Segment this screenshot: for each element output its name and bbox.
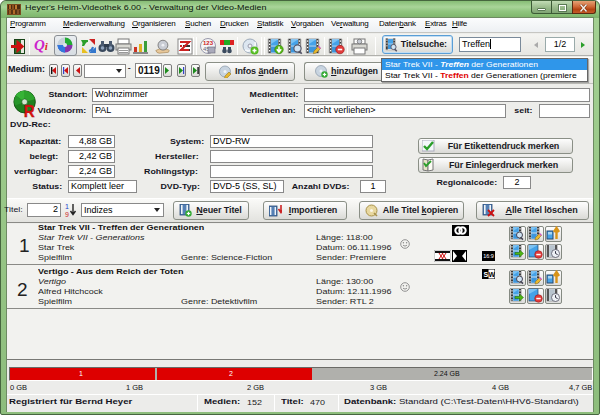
svg-text:1: 1: [65, 203, 69, 210]
svg-text:9: 9: [65, 211, 69, 218]
svg-text:R: R: [24, 102, 35, 118]
svg-text:W: W: [489, 271, 495, 278]
